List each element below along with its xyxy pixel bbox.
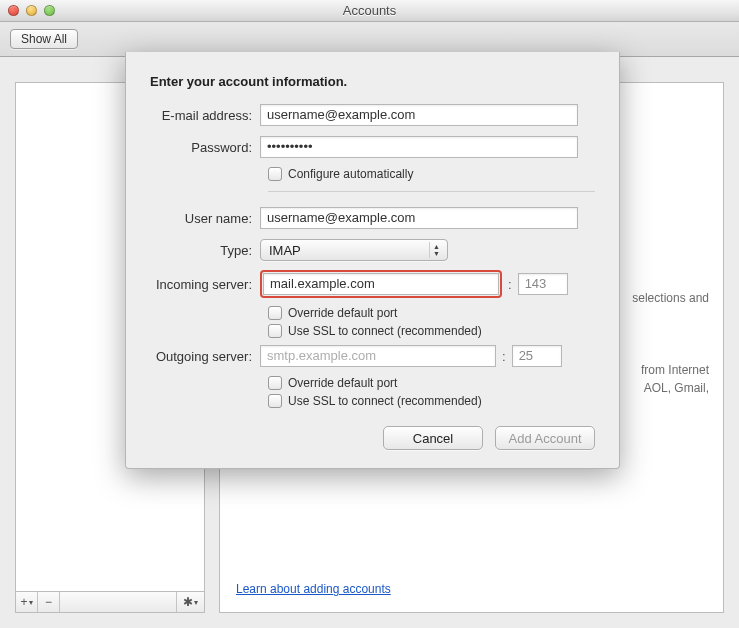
account-type-value: IMAP (269, 243, 301, 258)
incoming-override-port-label: Override default port (288, 306, 397, 320)
configure-auto-checkbox[interactable] (268, 167, 282, 181)
show-all-button[interactable]: Show All (10, 29, 78, 49)
account-list-footer: +▾ − ✱▾ (15, 591, 205, 613)
remove-account-footer-button[interactable]: − (38, 592, 60, 612)
incoming-server-field[interactable]: mail.example.com (263, 273, 499, 295)
outgoing-port-field[interactable]: 25 (512, 345, 562, 367)
outgoing-override-port-label: Override default port (288, 376, 397, 390)
bg-desc2: from Internet (641, 363, 709, 377)
password-field[interactable]: •••••••••• (260, 136, 578, 158)
incoming-ssl-label: Use SSL to connect (recommended) (288, 324, 482, 338)
configure-auto-label: Configure automatically (288, 167, 413, 181)
username-label: User name: (150, 211, 260, 226)
incoming-highlight: mail.example.com (260, 270, 502, 298)
incoming-override-port-checkbox[interactable] (268, 306, 282, 320)
outgoing-label: Outgoing server: (150, 349, 260, 364)
outgoing-ssl-label: Use SSL to connect (recommended) (288, 394, 482, 408)
outgoing-server-field[interactable]: smtp.example.com (260, 345, 496, 367)
add-account-button[interactable]: Add Account (495, 426, 595, 450)
select-arrows-icon: ▲▼ (429, 242, 443, 258)
outgoing-colon: : (502, 349, 506, 364)
username-field[interactable]: username@example.com (260, 207, 578, 229)
learn-link[interactable]: Learn about adding accounts (236, 582, 391, 596)
bg-desc3: AOL, Gmail, (644, 381, 709, 395)
bg-desc1: selections and (632, 289, 709, 307)
content-area: +▾ − ✱▾ select an account type. selectio… (0, 57, 739, 628)
titlebar: Accounts (0, 0, 739, 22)
account-info-sheet: Enter your account information. E-mail a… (125, 52, 620, 469)
gear-menu-button[interactable]: ✱▾ (176, 592, 204, 612)
incoming-colon: : (508, 277, 512, 292)
outgoing-override-port-checkbox[interactable] (268, 376, 282, 390)
add-account-footer-button[interactable]: +▾ (16, 592, 38, 612)
window-title: Accounts (0, 3, 739, 18)
email-field[interactable]: username@example.com (260, 104, 578, 126)
incoming-port-field[interactable]: 143 (518, 273, 568, 295)
cancel-button[interactable]: Cancel (383, 426, 483, 450)
account-type-select[interactable]: IMAP ▲▼ (260, 239, 448, 261)
email-label: E-mail address: (150, 108, 260, 123)
type-label: Type: (150, 243, 260, 258)
outgoing-ssl-checkbox[interactable] (268, 394, 282, 408)
sheet-title: Enter your account information. (150, 74, 595, 89)
incoming-ssl-checkbox[interactable] (268, 324, 282, 338)
incoming-label: Incoming server: (150, 277, 260, 292)
password-label: Password: (150, 140, 260, 155)
separator (268, 191, 595, 192)
